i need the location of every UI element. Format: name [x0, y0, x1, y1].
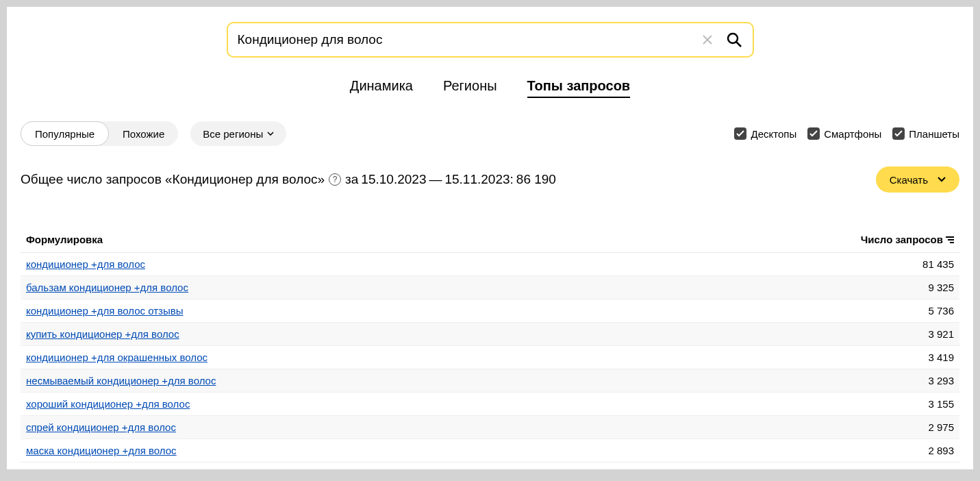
controls-row: Популярные Похожие Все регионы Десктопы …: [7, 121, 973, 146]
query-count: 5 736: [831, 305, 954, 317]
region-filter-label: Все регионы: [203, 128, 263, 140]
svg-point-2: [728, 34, 738, 43]
clear-search-button[interactable]: [699, 32, 716, 48]
table-row: купить кондиционер +для волос3 921: [21, 323, 959, 346]
summary-range-prefix: за: [345, 172, 358, 187]
help-icon[interactable]: ?: [329, 173, 341, 186]
table-row: несмываемый кондиционер +для волос3 293: [21, 369, 959, 393]
query-link[interactable]: бальзам кондиционер +для волос: [26, 282, 188, 293]
device-desktop[interactable]: Десктопы: [734, 127, 796, 140]
tabs: Динамика Регионы Топы запросов: [7, 78, 973, 98]
query-link[interactable]: спрей кондиционер +для волос: [26, 421, 176, 433]
table-row: кондиционер +для окрашенных волос3 419: [21, 346, 959, 369]
checkbox-icon: [807, 127, 820, 140]
query-link[interactable]: несмываемый кондиционер +для волос: [26, 375, 216, 386]
search-icon: [726, 32, 742, 48]
table-row: кондиционер +для волос81 435: [21, 253, 959, 276]
summary-date-to: 15.11.2023:: [444, 172, 513, 187]
device-tablet[interactable]: Планшеты: [892, 127, 959, 140]
query-count: 2 893: [831, 445, 954, 456]
device-desktop-label: Десктопы: [751, 128, 796, 140]
header-count[interactable]: Число запросов: [831, 234, 954, 245]
summary-date-from: 15.10.2023: [361, 172, 426, 187]
tab-dynamics[interactable]: Динамика: [350, 78, 413, 98]
checkbox-icon: [734, 127, 746, 140]
main-panel: Динамика Регионы Топы запросов Популярны…: [7, 7, 973, 469]
query-count: 81 435: [831, 258, 954, 270]
summary-text: Общее число запросов «Кондиционер для во…: [21, 172, 556, 187]
svg-line-3: [736, 42, 741, 47]
search-wrap: [7, 22, 973, 58]
query-count: 3 293: [831, 375, 954, 386]
query-link[interactable]: маска кондиционер +для волос: [26, 445, 177, 456]
close-icon: [702, 34, 713, 45]
results-table: Формулировка Число запросов кондиционер …: [7, 227, 973, 463]
summary-dash: —: [429, 172, 442, 187]
query-link[interactable]: хороший кондиционер +для волос: [26, 398, 190, 410]
header-query: Формулировка: [26, 234, 831, 245]
table-row: спрей кондиционер +для волос2 975: [21, 416, 959, 439]
table-row: бальзам кондиционер +для волос9 325: [21, 276, 959, 299]
query-link[interactable]: купить кондиционер +для волос: [26, 328, 179, 340]
tab-top-queries[interactable]: Топы запросов: [527, 78, 631, 98]
segment-similar[interactable]: Похожие: [109, 121, 178, 146]
device-smartphone-label: Смартфоны: [824, 128, 881, 140]
device-tablet-label: Планшеты: [909, 128, 959, 140]
query-count: 3 419: [831, 352, 954, 363]
segment-popular[interactable]: Популярные: [21, 121, 109, 146]
download-button[interactable]: Скачать: [876, 166, 959, 193]
search-input[interactable]: [238, 32, 699, 47]
table-body: кондиционер +для волос81 435бальзам конд…: [21, 253, 959, 463]
download-label: Скачать: [890, 174, 928, 186]
query-link[interactable]: кондиционер +для окрашенных волос: [26, 352, 208, 363]
query-count: 9 325: [831, 282, 954, 293]
header-count-label: Число запросов: [861, 234, 943, 245]
region-filter[interactable]: Все регионы: [190, 121, 286, 146]
summary-total: 86 190: [516, 172, 556, 187]
query-count: 3 155: [831, 398, 954, 410]
table-row: маска кондиционер +для волос2 893: [21, 439, 959, 463]
device-smartphone[interactable]: Смартфоны: [807, 127, 881, 140]
query-type-segment: Популярные Похожие: [21, 121, 178, 146]
search-box: [227, 22, 754, 58]
checkbox-icon: [892, 127, 905, 140]
chevron-down-icon: [267, 132, 274, 136]
table-row: хороший кондиционер +для волос3 155: [21, 393, 959, 416]
chevron-down-icon: [938, 177, 946, 182]
query-count: 3 921: [831, 328, 954, 340]
device-filters: Десктопы Смартфоны Планшеты: [734, 127, 959, 140]
search-button[interactable]: [725, 31, 743, 49]
query-link[interactable]: кондиционер +для волос: [26, 258, 145, 270]
table-row: кондиционер +для волос отзывы5 736: [21, 299, 959, 323]
summary-row: Общее число запросов «Кондиционер для во…: [7, 166, 973, 193]
query-link[interactable]: кондиционер +для волос отзывы: [26, 305, 184, 317]
query-count: 2 975: [831, 421, 954, 433]
sort-icon: [946, 236, 954, 243]
tab-regions[interactable]: Регионы: [443, 78, 497, 98]
table-header: Формулировка Число запросов: [21, 227, 959, 253]
summary-prefix: Общее число запросов «Кондиционер для во…: [21, 172, 325, 187]
